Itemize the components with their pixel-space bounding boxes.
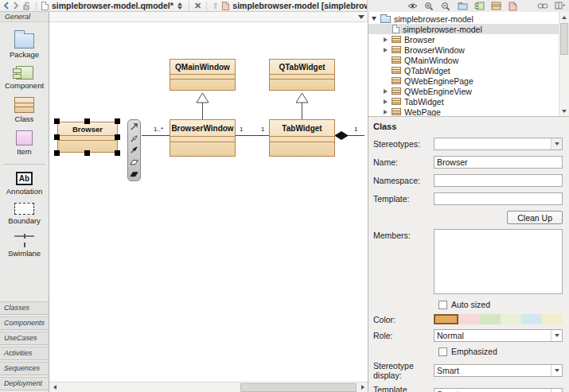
scroll-left-icon[interactable] [49, 382, 60, 392]
document-selector-icon[interactable] [177, 2, 184, 10]
tree-item-webpage[interactable]: WebPage [368, 107, 559, 117]
palette-section-sequences[interactable]: Sequences [0, 362, 49, 375]
color-swatch-tan[interactable] [434, 314, 458, 324]
class-box-browserwindow[interactable]: BrowserWindow [170, 119, 236, 157]
clean-up-button[interactable]: Clean Up [507, 211, 563, 224]
chevron-down-icon[interactable] [551, 138, 562, 149]
tree-label: QTabWidget [404, 66, 450, 76]
expander-right-icon[interactable] [382, 37, 388, 42]
zoom-in-icon[interactable] [423, 1, 435, 11]
back-icon[interactable] [3, 1, 10, 10]
aggregation-diamond-icon[interactable] [130, 157, 139, 167]
selection-handle[interactable] [84, 118, 90, 124]
palette-section-classes[interactable]: Classes [0, 301, 49, 315]
scroll-down-icon[interactable] [559, 106, 569, 116]
expander-right-icon[interactable] [382, 89, 388, 94]
tool-package[interactable]: Package [0, 29, 49, 59]
expander-right-icon[interactable] [382, 110, 388, 114]
color-swatch-blue[interactable] [521, 314, 542, 324]
selection-handle[interactable] [84, 150, 90, 156]
tree-item-tabwidget[interactable]: TabWidget [368, 96, 559, 107]
toolbar-overflow-icon[interactable] [358, 15, 364, 19]
selection-handle[interactable] [115, 118, 120, 124]
role-dropdown[interactable]: Normal [434, 329, 563, 342]
composition-diamond-icon[interactable] [130, 169, 139, 178]
open-document-tab[interactable]: simplebrowser-model.qmodel* [52, 1, 173, 10]
vertical-scroll-thumb[interactable] [560, 23, 568, 55]
tool-item[interactable]: Item [0, 130, 49, 156]
add-package-icon[interactable] [457, 1, 468, 11]
tool-component[interactable]: Component [0, 66, 49, 90]
palette-section-components[interactable]: Components [0, 316, 49, 330]
model-folder-icon [380, 16, 391, 23]
stereotype-display-dropdown[interactable]: Smart [434, 364, 563, 377]
tree-item-qwebenginepage[interactable]: QWebEnginePage [368, 76, 559, 86]
add-component-icon[interactable] [474, 1, 485, 11]
horizontal-scroll-thumb[interactable] [240, 383, 357, 392]
selection-handle[interactable] [54, 118, 60, 124]
color-swatch-lightgreen[interactable] [501, 314, 521, 324]
scroll-up-icon[interactable] [559, 12, 569, 22]
color-swatch-green[interactable] [480, 314, 501, 324]
tool-swimlane[interactable]: Swimlane [0, 232, 49, 258]
dependency-arrow-icon[interactable] [130, 122, 139, 132]
palette-section-general[interactable]: General [0, 12, 49, 22]
expander-right-icon[interactable] [382, 99, 388, 104]
add-item-icon[interactable] [507, 1, 518, 11]
tool-class[interactable]: Class [0, 97, 49, 123]
association-arrow-icon[interactable] [130, 146, 139, 155]
scroll-right-icon[interactable] [357, 382, 368, 392]
tool-annotation[interactable]: Ab Annotation [0, 172, 49, 196]
selection-handle[interactable] [54, 150, 60, 156]
tool-boundary[interactable]: Boundary [0, 203, 49, 225]
color-swatch-yellow[interactable] [542, 314, 563, 324]
zoom-out-icon[interactable] [440, 1, 451, 11]
expander-down-icon[interactable] [371, 17, 377, 21]
namespace-field[interactable] [434, 174, 563, 187]
expander-right-icon[interactable] [382, 48, 388, 52]
class-box-qmainwindow[interactable]: QMainWindow [170, 59, 236, 91]
chevron-down-icon [551, 389, 562, 392]
class-box-browser-selected[interactable]: Browser [57, 122, 118, 153]
tree-item-qwebengineview[interactable]: QWebEngineView [368, 86, 559, 96]
inheritance-arrow-icon[interactable] [130, 134, 139, 143]
class-icon [392, 108, 401, 115]
palette-section-usecases[interactable]: UseCases [0, 332, 49, 345]
forward-icon[interactable] [13, 1, 19, 10]
add-class-icon[interactable] [490, 1, 501, 11]
class-box-tabwidget[interactable]: TabWidget [269, 119, 335, 157]
palette-section-activities[interactable]: Activities [0, 347, 49, 360]
attributes-compartment [170, 137, 235, 142]
auto-sized-checkbox[interactable] [438, 301, 447, 309]
link-relation-icon[interactable] [537, 1, 548, 11]
go-up-icon[interactable]: ⬆ [212, 2, 219, 10]
color-swatch-pink[interactable] [458, 314, 479, 324]
class-box-qtabwidget[interactable]: QTabWidget [269, 59, 335, 91]
selection-handle[interactable] [115, 134, 120, 140]
selection-handle[interactable] [54, 134, 60, 140]
tree-item-browserwindow[interactable]: BrowserWindow [368, 45, 559, 55]
visibility-eye-icon[interactable] [407, 1, 418, 11]
name-field[interactable] [434, 156, 563, 169]
stereotypes-combo[interactable] [434, 138, 563, 150]
tree-item-qtabwidget[interactable]: QTabWidget [368, 65, 559, 76]
template-display-dropdown[interactable]: Smart [434, 388, 563, 392]
chevron-down-icon [551, 365, 562, 376]
multiplicity-label: 1 [240, 126, 243, 133]
tree-item-browser[interactable]: Browser [368, 34, 559, 45]
selection-handle[interactable] [115, 150, 120, 156]
emphasized-checkbox[interactable] [438, 347, 447, 356]
split-view-icon[interactable] [554, 1, 565, 11]
diagram-canvas[interactable]: QMainWindow QTabWidget BrowserWindow Tab… [49, 22, 368, 382]
multiplicity-label: 1 [354, 126, 357, 133]
tree-label: TabWidget [404, 97, 444, 107]
tree-item-diagram[interactable]: simplebrowser-model [368, 24, 559, 34]
tree-item-model-root[interactable]: simplebrowser-model [368, 14, 559, 24]
close-icon[interactable]: ✕ [194, 2, 201, 10]
lock-icon[interactable] [22, 1, 31, 10]
tree-item-qmainwindow[interactable]: QMainWindow [368, 55, 559, 65]
members-field[interactable] [434, 229, 563, 294]
open-diagram-tab[interactable]: simplebrowser-model [simplebrowser-model… [232, 1, 368, 10]
palette-section-deployment[interactable]: Deployment [0, 377, 49, 390]
template-field[interactable] [434, 192, 563, 205]
